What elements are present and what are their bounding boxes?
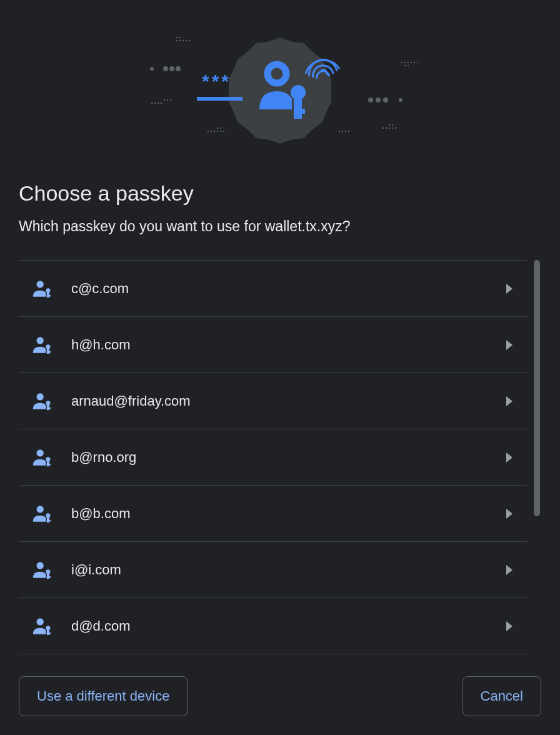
svg-point-59 (37, 337, 44, 344)
scrollbar-thumb[interactable] (534, 260, 540, 516)
svg-point-68 (46, 457, 50, 461)
svg-point-48 (223, 131, 224, 132)
svg-point-79 (37, 618, 44, 625)
svg-rect-62 (47, 351, 51, 352)
chevron-right-icon (506, 452, 512, 462)
svg-point-34 (404, 65, 406, 66)
passkey-email: b@b.com (71, 506, 506, 522)
svg-point-63 (37, 393, 44, 400)
user-key-icon (31, 447, 52, 468)
scrollbar[interactable] (532, 260, 541, 654)
svg-point-47 (220, 131, 221, 132)
svg-point-71 (37, 506, 44, 512)
user-key-icon (31, 334, 52, 356)
svg-point-9 (176, 66, 181, 71)
chevron-right-icon (506, 509, 512, 519)
svg-text:***: *** (202, 71, 231, 91)
svg-point-1 (291, 85, 306, 100)
svg-point-24 (368, 98, 373, 102)
svg-point-44 (211, 131, 212, 132)
svg-rect-78 (47, 576, 51, 578)
svg-point-72 (46, 513, 50, 518)
passkey-email: c@c.com (71, 281, 506, 297)
svg-point-75 (37, 562, 44, 569)
svg-point-67 (37, 449, 44, 456)
user-key-icon (31, 616, 52, 637)
user-key-icon (31, 447, 52, 468)
dialog-title: Choose a passkey (19, 181, 541, 206)
passkey-hero-icon: *** (108, 28, 452, 153)
svg-point-41 (389, 124, 390, 126)
svg-point-10 (176, 40, 178, 41)
user-key-icon (31, 278, 52, 299)
svg-point-23 (170, 99, 171, 101)
passkey-email: h@h.com (71, 337, 506, 353)
svg-point-49 (217, 128, 218, 129)
svg-point-32 (414, 62, 415, 63)
svg-point-52 (342, 131, 343, 132)
passkey-item[interactable]: arnaud@friday.com (19, 373, 528, 429)
svg-point-54 (348, 131, 349, 132)
passkey-item[interactable]: d@d.com (19, 598, 528, 654)
svg-point-28 (401, 62, 402, 63)
dialog-subtitle: Which passkey do you want to use for wal… (19, 218, 541, 235)
passkey-email: d@d.com (71, 618, 506, 634)
svg-point-27 (399, 98, 402, 102)
svg-point-26 (383, 98, 388, 102)
svg-point-51 (339, 131, 340, 132)
svg-point-64 (46, 401, 50, 405)
svg-point-55 (37, 281, 44, 288)
passkey-email: b@rno.org (71, 449, 506, 466)
svg-point-18 (154, 102, 156, 104)
svg-point-14 (189, 40, 190, 41)
passkey-item[interactable]: b@b.com (19, 486, 528, 542)
passkey-list: c@c.com h@h.com arnaud@friday.com b@rno.… (19, 260, 528, 654)
chevron-right-icon (506, 284, 512, 294)
svg-point-31 (411, 62, 412, 63)
passkey-dialog: *** (0, 0, 560, 735)
chevron-right-icon (506, 396, 512, 406)
svg-rect-3 (294, 109, 305, 114)
svg-point-60 (46, 344, 50, 349)
passkey-email: i@i.com (71, 562, 506, 578)
svg-point-22 (167, 99, 168, 101)
svg-point-50 (220, 128, 221, 129)
svg-rect-74 (47, 519, 51, 521)
passkey-item[interactable]: c@c.com (19, 261, 528, 317)
svg-rect-57 (47, 292, 49, 298)
svg-point-80 (46, 626, 50, 630)
svg-point-35 (408, 65, 409, 66)
chevron-right-icon (506, 565, 512, 575)
svg-point-8 (169, 66, 174, 71)
cancel-button[interactable]: Cancel (462, 676, 541, 716)
hero-illustration: *** (19, 19, 541, 162)
svg-point-17 (151, 102, 152, 104)
svg-point-56 (46, 288, 50, 292)
svg-point-46 (217, 131, 218, 132)
passkey-item[interactable]: h@h.com (19, 317, 528, 373)
user-key-icon (31, 559, 52, 581)
svg-point-20 (161, 102, 162, 104)
passkey-item[interactable]: i@i.com (19, 542, 528, 598)
passkey-item[interactable]: b@rno.org (19, 429, 528, 486)
svg-point-76 (46, 569, 50, 574)
dialog-footer: Use a different device Cancel (19, 654, 541, 716)
svg-point-36 (382, 128, 384, 129)
svg-point-38 (389, 128, 390, 129)
user-key-icon (31, 616, 52, 637)
svg-point-11 (179, 40, 181, 41)
svg-point-16 (179, 37, 181, 38)
svg-rect-82 (47, 632, 51, 634)
svg-point-40 (395, 128, 396, 129)
svg-point-21 (164, 99, 165, 101)
svg-point-7 (163, 66, 168, 71)
svg-point-15 (176, 37, 178, 38)
svg-point-43 (208, 131, 209, 132)
svg-point-33 (417, 62, 418, 63)
use-different-device-button[interactable]: Use a different device (19, 676, 188, 716)
user-key-icon (31, 391, 52, 412)
svg-point-37 (386, 128, 387, 129)
svg-point-53 (345, 131, 346, 132)
user-key-icon (31, 334, 52, 356)
user-key-icon (31, 391, 52, 412)
